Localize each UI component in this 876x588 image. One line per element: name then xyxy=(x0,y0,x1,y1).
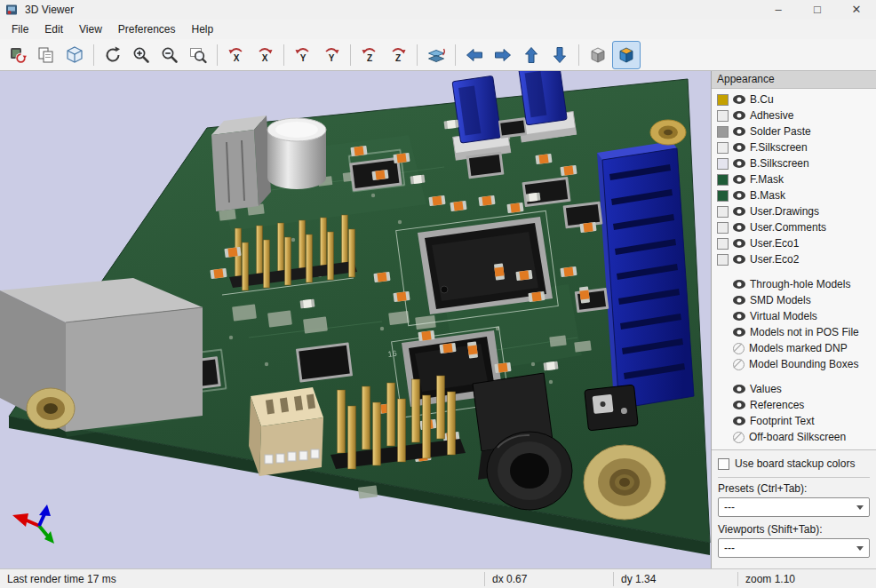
minimize-button[interactable]: – xyxy=(759,0,798,20)
move-down-button[interactable] xyxy=(546,41,574,69)
menu-view[interactable]: View xyxy=(71,21,110,37)
text-option-row[interactable]: Footprint Text xyxy=(717,413,876,429)
visibility-eye-icon[interactable] xyxy=(733,359,745,370)
viewports-dropdown[interactable]: --- xyxy=(718,538,870,558)
render-cube-icon xyxy=(65,45,84,65)
visibility-eye-icon[interactable] xyxy=(733,432,745,443)
zoom-in-button[interactable] xyxy=(127,41,155,69)
layer-color-swatch[interactable] xyxy=(717,174,729,186)
visibility-eye-icon[interactable] xyxy=(733,111,745,120)
visibility-eye-icon[interactable] xyxy=(733,95,745,104)
rotate-y-cw-button[interactable]: Y xyxy=(317,41,346,69)
visibility-eye-icon[interactable] xyxy=(733,328,745,337)
redraw-view-button[interactable] xyxy=(99,41,127,69)
layer-color-swatch[interactable] xyxy=(717,190,729,202)
flip-board-button[interactable] xyxy=(422,41,450,69)
layer-label: B.Cu xyxy=(750,93,774,106)
zoom-to-fit-button[interactable] xyxy=(184,41,212,69)
flip-board-icon xyxy=(426,45,446,65)
move-up-button[interactable] xyxy=(517,41,546,69)
model-option-row[interactable]: Model Bounding Boxes xyxy=(717,356,876,372)
visibility-eye-icon[interactable] xyxy=(733,207,745,216)
model-option-row[interactable]: Through-hole Models xyxy=(717,276,876,292)
move-right-button[interactable] xyxy=(489,41,517,69)
text-option-row[interactable]: References xyxy=(717,397,876,413)
copy-image-button[interactable] xyxy=(32,41,60,69)
visibility-eye-icon[interactable] xyxy=(733,385,745,393)
visibility-eye-icon[interactable] xyxy=(733,223,745,232)
layer-row[interactable]: User.Comments xyxy=(717,219,876,235)
visibility-eye-icon[interactable] xyxy=(733,343,745,354)
reload-board-button[interactable] xyxy=(4,41,32,69)
visibility-eye-icon[interactable] xyxy=(733,280,745,289)
toolbar: X X Y Y xyxy=(0,39,876,71)
layer-row[interactable]: B.Cu xyxy=(717,91,876,107)
toolbar-separator xyxy=(283,44,284,66)
layer-row[interactable]: Adhesive xyxy=(717,107,876,123)
model-option-row[interactable]: Models marked DNP xyxy=(717,340,876,356)
visibility-eye-icon[interactable] xyxy=(733,255,745,264)
text-option-row[interactable]: Values xyxy=(717,381,876,397)
layer-row[interactable]: User.Eco1 xyxy=(717,235,876,251)
render-options-button[interactable] xyxy=(60,41,89,69)
visibility-eye-icon[interactable] xyxy=(733,312,745,321)
statusbar: Last render time 17 ms dx 0.67 dy 1.34 z… xyxy=(0,568,876,588)
layer-color-swatch[interactable] xyxy=(717,206,729,218)
text-option-row[interactable]: Off-board Silkscreen xyxy=(717,429,876,445)
model-option-row[interactable]: SMD Models xyxy=(717,292,876,308)
stackup-colors-row[interactable]: Use board stackup colors xyxy=(718,455,870,473)
rotate-y-ccw-button[interactable]: Y xyxy=(289,41,317,69)
visibility-eye-icon[interactable] xyxy=(733,191,745,200)
model-option-row[interactable]: Virtual Models xyxy=(717,308,876,324)
titlebar: 3D Viewer – □ ✕ xyxy=(0,0,876,20)
layer-row[interactable]: Solder Paste xyxy=(717,123,876,139)
zoom-in-icon xyxy=(131,45,151,65)
layer-row[interactable]: B.Silkscreen xyxy=(717,155,876,171)
rotate-x-ccw-button[interactable]: X xyxy=(222,41,251,69)
zoom-fit-icon xyxy=(188,45,208,65)
layer-color-swatch[interactable] xyxy=(717,126,729,138)
dy-status: dy 1.34 xyxy=(613,572,737,586)
model-option-row[interactable]: Models not in POS File xyxy=(717,324,876,340)
rotate-z-cw-button[interactable]: Z xyxy=(384,41,412,69)
visibility-eye-icon[interactable] xyxy=(733,143,745,152)
rotate-z-ccw-button[interactable]: Z xyxy=(355,41,384,69)
chevron-down-icon xyxy=(856,505,864,510)
layer-row[interactable]: F.Mask xyxy=(717,171,876,187)
3d-viewport[interactable]: 16 xyxy=(0,71,711,568)
visibility-eye-icon[interactable] xyxy=(733,127,745,136)
menu-file[interactable]: File xyxy=(4,21,36,37)
menu-preferences[interactable]: Preferences xyxy=(110,21,184,37)
stackup-colors-checkbox[interactable] xyxy=(718,458,729,470)
maximize-button[interactable]: □ xyxy=(798,0,837,20)
visibility-eye-icon[interactable] xyxy=(733,159,745,168)
layer-color-swatch[interactable] xyxy=(717,110,729,122)
layer-row[interactable]: User.Drawings xyxy=(717,203,876,219)
layer-row[interactable]: F.Silkscreen xyxy=(717,139,876,155)
svg-text:Y: Y xyxy=(329,53,335,63)
visibility-eye-icon[interactable] xyxy=(733,417,745,425)
layer-color-swatch[interactable] xyxy=(717,254,729,266)
rotate-x-cw-button[interactable]: X xyxy=(251,41,279,69)
layer-row[interactable]: User.Eco2 xyxy=(717,251,876,267)
move-left-button[interactable] xyxy=(460,41,489,69)
orthographic-projection-button[interactable] xyxy=(584,41,612,69)
visibility-eye-icon[interactable] xyxy=(733,401,745,409)
layer-color-swatch[interactable] xyxy=(717,142,729,154)
presets-dropdown[interactable]: --- xyxy=(718,497,870,517)
visibility-eye-icon[interactable] xyxy=(733,296,745,305)
layer-color-swatch[interactable] xyxy=(717,158,729,170)
menu-edit[interactable]: Edit xyxy=(36,21,71,37)
visibility-eye-icon[interactable] xyxy=(733,239,745,248)
layer-row[interactable]: B.Mask xyxy=(717,187,876,203)
appearance-panel-title: Appearance xyxy=(712,71,876,89)
menu-help[interactable]: Help xyxy=(184,21,222,37)
layers-list[interactable]: B.Cu Adhesive Solder Paste F.Silkscreen … xyxy=(712,89,876,449)
layer-color-swatch[interactable] xyxy=(717,238,729,250)
perspective-projection-button[interactable] xyxy=(612,41,641,69)
visibility-eye-icon[interactable] xyxy=(733,175,745,184)
zoom-out-button[interactable] xyxy=(155,41,184,69)
layer-color-swatch[interactable] xyxy=(717,94,729,106)
close-button[interactable]: ✕ xyxy=(837,0,876,20)
layer-color-swatch[interactable] xyxy=(717,222,729,234)
